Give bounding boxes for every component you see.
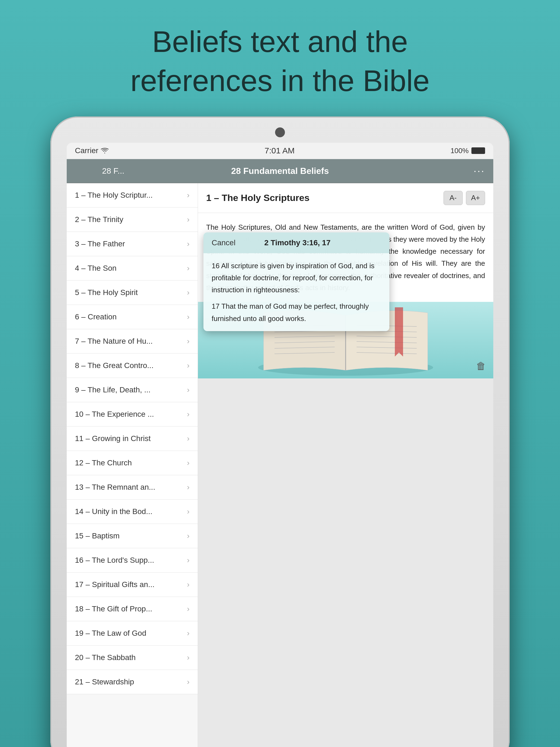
sidebar-item-label: 10 – The Experience ... bbox=[75, 410, 154, 419]
verse-cancel-button[interactable]: Cancel bbox=[212, 238, 235, 247]
sidebar-item-3[interactable]: 3 – The Father› bbox=[67, 232, 198, 256]
chevron-right-icon: › bbox=[187, 215, 189, 224]
sidebar-item-8[interactable]: 8 – The Great Contro...› bbox=[67, 354, 198, 378]
sidebar-item-label: 16 – The Lord's Supp... bbox=[75, 556, 154, 565]
sidebar-item-label: 6 – Creation bbox=[75, 312, 117, 321]
sidebar-item-label: 17 – Spiritual Gifts an... bbox=[75, 580, 154, 589]
tablet-device: Carrier 7:01 AM 100% 28 F... 28 Fundamen… bbox=[50, 117, 510, 747]
page-header: Beliefs text and the references in the B… bbox=[103, 0, 457, 117]
sidebar-item-11[interactable]: 11 – Growing in Christ› bbox=[67, 427, 198, 451]
status-bar: Carrier 7:01 AM 100% bbox=[67, 143, 493, 159]
sidebar-item-label: 3 – The Father bbox=[75, 239, 125, 248]
chevron-right-icon: › bbox=[187, 288, 189, 297]
sidebar-item-label: 20 – The Sabbath bbox=[75, 653, 136, 662]
sidebar-item-label: 15 – Baptism bbox=[75, 532, 120, 540]
sidebar-item-label: 13 – The Remnant an... bbox=[75, 483, 155, 492]
chevron-right-icon: › bbox=[187, 483, 189, 492]
nav-bar: 28 F... 28 Fundamental Beliefs ··· bbox=[67, 159, 493, 183]
sidebar-item-label: 14 – Unity in the Bod... bbox=[75, 507, 152, 516]
sidebar-item-7[interactable]: 7 – The Nature of Hu...› bbox=[67, 329, 198, 354]
trash-icon[interactable]: 🗑 bbox=[474, 359, 488, 373]
chevron-right-icon: › bbox=[187, 264, 189, 273]
chevron-right-icon: › bbox=[187, 653, 189, 662]
chevron-right-icon: › bbox=[187, 337, 189, 345]
detail-panel: 1 – The Holy Scriptures A- A+ The Holy S… bbox=[198, 183, 493, 747]
sidebar-item-label: 18 – The Gift of Prop... bbox=[75, 604, 152, 613]
chevron-right-icon: › bbox=[187, 507, 189, 516]
sidebar-item-label: 12 – The Church bbox=[75, 459, 132, 467]
nav-back-button[interactable]: 28 F... bbox=[75, 166, 152, 176]
chevron-right-icon: › bbox=[187, 312, 189, 321]
sidebar-item-10[interactable]: 10 – The Experience ...› bbox=[67, 402, 198, 427]
verse-16-text: 16 All scripture is given by inspiration… bbox=[212, 260, 381, 296]
chevron-right-icon: › bbox=[187, 604, 189, 613]
battery-icon bbox=[472, 147, 485, 154]
page-title: Beliefs text and the references in the B… bbox=[130, 22, 430, 100]
chevron-right-icon: › bbox=[187, 239, 189, 248]
sidebar-item-label: 19 – The Law of God bbox=[75, 629, 146, 638]
sidebar-item-17[interactable]: 17 – Spiritual Gifts an...› bbox=[67, 572, 198, 597]
chevron-right-icon: › bbox=[187, 556, 189, 565]
sidebar-item-19[interactable]: 19 – The Law of God› bbox=[67, 621, 198, 646]
sidebar-item-14[interactable]: 14 – Unity in the Bod...› bbox=[67, 499, 198, 524]
status-right: 100% bbox=[450, 147, 485, 155]
sidebar-item-label: 1 – The Holy Scriptur... bbox=[75, 191, 153, 200]
sidebar-item-15[interactable]: 15 – Baptism› bbox=[67, 524, 198, 548]
detail-title: 1 – The Holy Scriptures bbox=[206, 192, 309, 203]
sidebar-item-4[interactable]: 4 – The Son› bbox=[67, 256, 198, 281]
sidebar-item-label: 8 – The Great Contro... bbox=[75, 361, 153, 370]
sidebar-item-16[interactable]: 16 – The Lord's Supp...› bbox=[67, 548, 198, 572]
sidebar-item-6[interactable]: 6 – Creation› bbox=[67, 305, 198, 329]
detail-header: 1 – The Holy Scriptures A- A+ bbox=[198, 183, 493, 213]
chevron-right-icon: › bbox=[187, 410, 189, 419]
chevron-right-icon: › bbox=[187, 434, 189, 443]
sidebar-item-label: 7 – The Nature of Hu... bbox=[75, 337, 153, 345]
sidebar-item-label: 2 – The Trinity bbox=[75, 215, 123, 224]
chevron-right-icon: › bbox=[187, 459, 189, 467]
sidebar-item-9[interactable]: 9 – The Life, Death, ...› bbox=[67, 378, 198, 402]
battery-label: 100% bbox=[450, 147, 469, 155]
sidebar-item-12[interactable]: 12 – The Church› bbox=[67, 451, 198, 475]
sidebar-item-label: 4 – The Son bbox=[75, 264, 117, 273]
sidebar-item-13[interactable]: 13 – The Remnant an...› bbox=[67, 475, 198, 499]
font-decrease-button[interactable]: A- bbox=[443, 191, 463, 205]
chevron-right-icon: › bbox=[187, 361, 189, 370]
nav-title: 28 Fundamental Beliefs bbox=[152, 166, 408, 176]
chevron-right-icon: › bbox=[187, 191, 189, 200]
sidebar-item-20[interactable]: 20 – The Sabbath› bbox=[67, 646, 198, 670]
wifi-icon bbox=[101, 148, 109, 154]
font-controls: A- A+ bbox=[443, 191, 485, 205]
sidebar: 1 – The Holy Scriptur...›2 – The Trinity… bbox=[67, 183, 198, 747]
chevron-right-icon: › bbox=[187, 532, 189, 540]
verse-content: 16 All scripture is given by inspiration… bbox=[203, 253, 389, 331]
chevron-right-icon: › bbox=[187, 386, 189, 394]
verse-reference: 2 Timothy 3:16, 17 bbox=[264, 238, 330, 247]
tablet-screen: Carrier 7:01 AM 100% 28 F... 28 Fundamen… bbox=[67, 143, 493, 747]
font-increase-button[interactable]: A+ bbox=[466, 191, 485, 205]
sidebar-item-label: 5 – The Holy Spirit bbox=[75, 288, 138, 297]
sidebar-item-5[interactable]: 5 – The Holy Spirit› bbox=[67, 281, 198, 305]
sidebar-item-label: 11 – Growing in Christ bbox=[75, 434, 151, 443]
chevron-right-icon: › bbox=[187, 677, 189, 686]
sidebar-item-2[interactable]: 2 – The Trinity› bbox=[67, 208, 198, 232]
chevron-right-icon: › bbox=[187, 580, 189, 589]
nav-more-button[interactable]: ··· bbox=[408, 165, 485, 177]
carrier-label: Carrier bbox=[75, 146, 109, 155]
main-content: 1 – The Holy Scriptur...›2 – The Trinity… bbox=[67, 183, 493, 747]
sidebar-item-label: 21 – Stewardship bbox=[75, 677, 134, 686]
verse-popup: Cancel 2 Timothy 3:16, 17 16 All scriptu… bbox=[203, 232, 389, 331]
sidebar-item-1[interactable]: 1 – The Holy Scriptur...› bbox=[67, 183, 198, 208]
verse-17-text: 17 That the man of God may be perfect, t… bbox=[212, 300, 381, 324]
chevron-right-icon: › bbox=[187, 629, 189, 638]
sidebar-item-18[interactable]: 18 – The Gift of Prop...› bbox=[67, 597, 198, 621]
tablet-camera bbox=[275, 127, 285, 137]
sidebar-item-label: 9 – The Life, Death, ... bbox=[75, 386, 151, 394]
status-time: 7:01 AM bbox=[264, 146, 295, 155]
verse-popup-header: Cancel 2 Timothy 3:16, 17 bbox=[203, 232, 389, 253]
sidebar-item-21[interactable]: 21 – Stewardship› bbox=[67, 670, 198, 694]
